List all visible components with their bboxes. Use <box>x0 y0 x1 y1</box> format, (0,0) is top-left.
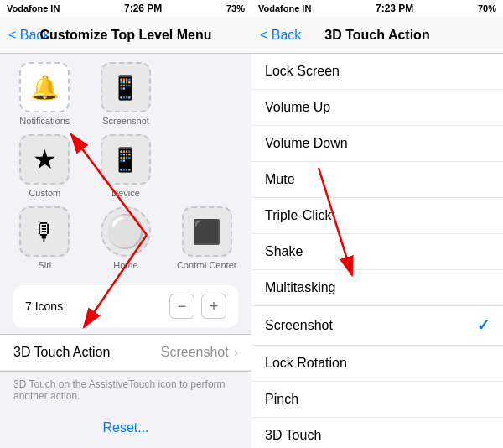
icons-grid: 🔔 Notifications 📱 Screenshot ★ Custom 📱 … <box>0 54 252 279</box>
icon-screenshot[interactable]: 📱 Screenshot <box>90 62 163 126</box>
list-item-screenshot[interactable]: Screenshot ✓ <box>252 306 503 346</box>
plus-button[interactable]: + <box>201 294 226 319</box>
checkmark-icon: ✓ <box>477 316 490 335</box>
icon-control-center-label: Control Center <box>177 260 237 270</box>
minus-button[interactable]: − <box>169 294 194 319</box>
icon-home[interactable]: ⚪ Home <box>90 206 163 270</box>
left-nav-bar: < Back Customize Top Level Menu <box>0 17 252 54</box>
chevron-right-icon: › <box>234 345 238 360</box>
list-item-3d-touch[interactable]: 3D Touch <box>252 418 503 448</box>
list-item-lock-rotation[interactable]: Lock Rotation <box>252 346 503 382</box>
icon-notifications-label: Notifications <box>19 116 70 126</box>
list-item-volume-down[interactable]: Volume Down <box>252 126 503 162</box>
right-battery: 70% <box>478 3 496 13</box>
icon-screenshot-box: 📱 <box>101 62 151 112</box>
right-nav-bar: < Back 3D Touch Action <box>252 17 503 54</box>
icon-siri-box: 🎙 <box>19 206 70 257</box>
right-status-bar: Vodafone IN 7:23 PM 70% <box>252 0 503 17</box>
icon-custom-label: Custom <box>29 188 60 198</box>
icon-home-box: ⚪ <box>101 206 151 257</box>
3d-touch-action-value: Screenshot <box>161 345 229 360</box>
counter-label: 7 Icons <box>25 300 63 313</box>
left-battery: 73% <box>226 3 245 13</box>
right-nav-title: 3D Touch Action <box>324 28 429 43</box>
left-status-bar: Vodafone IN 7:26 PM 73% <box>0 0 252 17</box>
settings-hint: 3D Touch on the AssistiveTouch icon to p… <box>0 372 252 409</box>
list-item-pinch[interactable]: Pinch <box>252 382 503 418</box>
list-item-triple-click[interactable]: Triple-Click <box>252 198 503 234</box>
3d-touch-action-title: 3D Touch Action <box>13 345 161 360</box>
right-time: 7:23 PM <box>376 3 413 14</box>
3d-touch-action-row[interactable]: 3D Touch Action Screenshot › <box>0 335 252 371</box>
settings-section: 3D Touch Action Screenshot › <box>0 334 252 372</box>
reset-row: Reset... <box>0 409 252 447</box>
right-panel: Vodafone IN 7:23 PM 70% < Back 3D Touch … <box>252 0 503 448</box>
icon-device[interactable]: 📱 Device <box>90 134 163 198</box>
icon-custom-box: ★ <box>19 134 70 185</box>
icon-siri-label: Siri <box>38 260 51 270</box>
icon-custom[interactable]: ★ Custom <box>8 134 81 198</box>
icon-home-label: Home <box>113 260 137 270</box>
icon-notifications[interactable]: 🔔 Notifications <box>8 62 81 126</box>
icon-control-center[interactable]: ⬛ Control Center <box>170 206 243 270</box>
icon-screenshot-label: Screenshot <box>102 116 149 126</box>
icon-device-label: Device <box>111 188 140 198</box>
reset-button[interactable]: Reset... <box>102 420 148 435</box>
action-list: Lock Screen Volume Up Volume Down Mute T… <box>252 54 503 448</box>
left-time: 7:26 PM <box>124 3 162 14</box>
counter-row: 7 Icons − + <box>13 285 238 327</box>
icon-siri[interactable]: 🎙 Siri <box>8 206 81 270</box>
icon-control-center-box: ⬛ <box>182 206 232 257</box>
right-carrier: Vodafone IN <box>258 3 311 13</box>
list-item-shake[interactable]: Shake <box>252 234 503 270</box>
icon-notifications-box: 🔔 <box>19 62 70 112</box>
left-carrier: Vodafone IN <box>7 3 60 13</box>
list-item-lock-screen[interactable]: Lock Screen <box>252 54 503 90</box>
list-item-volume-up[interactable]: Volume Up <box>252 90 503 126</box>
list-item-multitasking[interactable]: Multitasking <box>252 270 503 306</box>
left-nav-title: Customize Top Level Menu <box>39 28 211 43</box>
icon-device-box: 📱 <box>101 134 151 185</box>
list-item-mute[interactable]: Mute <box>252 162 503 198</box>
left-panel: Vodafone IN 7:26 PM 73% < Back Customize… <box>0 0 252 448</box>
right-back-button[interactable]: < Back <box>260 28 301 43</box>
